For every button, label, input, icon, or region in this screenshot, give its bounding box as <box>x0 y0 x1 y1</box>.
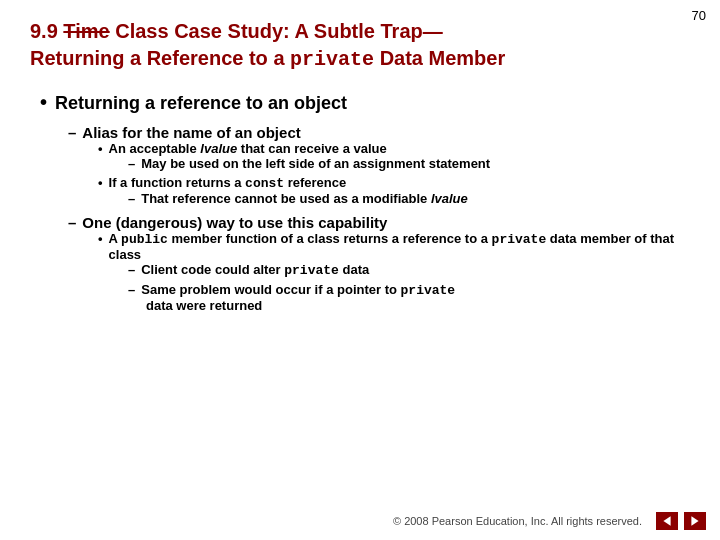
title-line2-post: Data Member <box>374 47 505 69</box>
sub-sub-sub-bullet-2-1-1: Client code could alter private data <box>128 262 690 278</box>
sub-sub-bullet-1-2-label: If a function returns a const reference <box>98 175 690 191</box>
sub-sub-bullet-1-1-label: An acceptable lvalue that can receive a … <box>98 141 690 156</box>
copyright-text: © 2008 Pearson Education, Inc. All right… <box>393 515 642 527</box>
sub-sub-bullet-2-1: A public member function of a class retu… <box>98 231 690 313</box>
slide: 70 9.9 Time Class Case Study: A Subtle T… <box>0 0 720 540</box>
page-number: 70 <box>692 8 706 23</box>
sub-bullet-1: Alias for the name of an object An accep… <box>68 124 690 206</box>
sub-sub-bullet-1-1: An acceptable lvalue that can receive a … <box>98 141 690 171</box>
svg-marker-0 <box>663 516 670 526</box>
main-bullet: Returning a reference to an object <box>40 91 690 114</box>
sub-sub-bullet-2-1-label: A public member function of a class retu… <box>98 231 690 262</box>
sub-sub-sub-bullet-1-2-1: That reference cannot be used as a modif… <box>128 191 690 206</box>
svg-marker-1 <box>691 516 698 526</box>
slide-title: 9.9 Time Class Case Study: A Subtle Trap… <box>30 18 690 73</box>
next-button[interactable] <box>684 512 706 530</box>
sub-sub-bullet-1-2: If a function returns a const reference … <box>98 175 690 206</box>
footer: © 2008 Pearson Education, Inc. All right… <box>393 512 706 530</box>
prev-button[interactable] <box>656 512 678 530</box>
title-rest-line1: Class Case Study: A Subtle Trap— <box>110 20 443 42</box>
sub-bullet-1-label: Alias for the name of an object <box>68 124 690 141</box>
title-private-mono: private <box>290 48 374 71</box>
sub-sub-sub-bullet-2-1-2-label: Same problem would occur if a pointer to… <box>128 282 690 298</box>
title-pre: 9.9 <box>30 20 63 42</box>
sub-sub-sub-bullet-2-1-2: Same problem would occur if a pointer to… <box>128 282 690 313</box>
sub-sub-sub-bullet-1-1-1-label: May be used on the left side of an assig… <box>128 156 690 171</box>
content: Returning a reference to an object Alias… <box>40 91 690 313</box>
sub-bullet-2-label: One (dangerous) way to use this capabili… <box>68 214 690 231</box>
title-line2-pre: Returning a Reference to a <box>30 47 290 69</box>
sub-sub-sub-bullet-1-1-1: May be used on the left side of an assig… <box>128 156 690 171</box>
sub-bullet-2: One (dangerous) way to use this capabili… <box>68 214 690 313</box>
sub-sub-sub-bullet-2-1-1-label: Client code could alter private data <box>128 262 690 278</box>
title-time-strikethrough: Time <box>63 20 109 42</box>
sub-sub-sub-bullet-1-2-1-label: That reference cannot be used as a modif… <box>128 191 690 206</box>
extra-line: data were returned <box>146 298 690 313</box>
